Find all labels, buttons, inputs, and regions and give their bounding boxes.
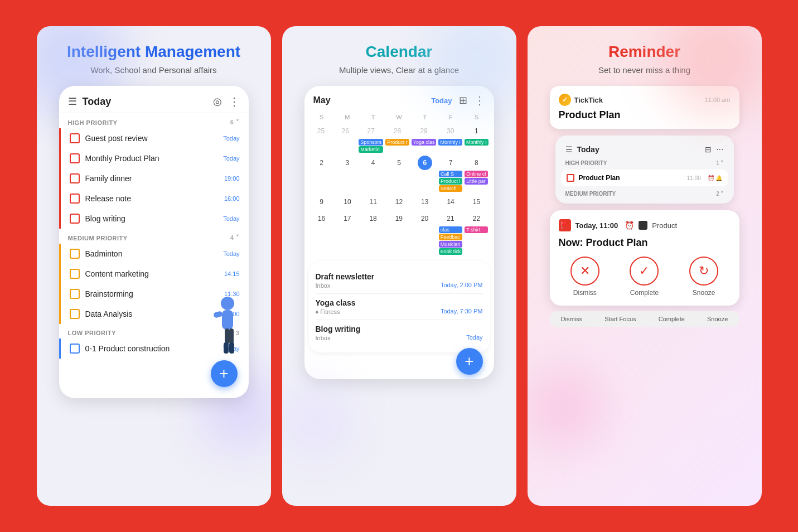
weekday-labels: SMTWTFS [309,112,490,123]
task-monthly-plan[interactable]: Monthly Product Plan Today [59,148,249,168]
mini-task-product-plan[interactable]: Product Plan 11:00 ⏰ 🔔 [561,170,728,186]
task-checkbox[interactable] [70,194,80,204]
ticktick-icon: ✓ [559,94,571,106]
task-checkbox[interactable] [70,173,80,183]
calendar-title: Calendar [366,43,433,61]
agenda-section: Draft newsletter Inbox Today, 2:00 PM Yo… [309,261,490,352]
snooze-button[interactable]: ↻ Snooze [689,257,718,297]
svg-rect-3 [225,328,229,344]
action-buttons: ✕ Dismiss ✓ Complete ↻ Snooze [559,257,731,297]
svg-rect-2 [212,311,223,318]
task-checkbox[interactable] [70,249,80,259]
more-icon[interactable] [229,95,240,108]
complete-button[interactable]: ✓ Complete [630,257,659,297]
task-checkbox[interactable] [70,214,80,224]
agenda-item-newsletter: Draft newsletter Inbox Today, 2:00 PM [316,268,483,294]
management-phone: Today HIGH PRIORITY 6 ˅ Guest post revie… [59,86,249,398]
dismiss-button[interactable]: ✕ Dismiss [570,257,599,297]
bottom-start-focus[interactable]: Start Focus [604,316,636,322]
today-title: Today [83,96,112,108]
mini-more-icon[interactable]: ··· [716,144,723,154]
action-tag: Product [652,221,677,230]
task-checkbox[interactable] [70,133,80,143]
mini-checkbox[interactable] [567,174,574,182]
cal-week1: 2 3 4 5 6 7 Call S Product l Search 8 [309,154,490,194]
target-icon[interactable] [213,95,222,108]
action-card: 🚩 Today, 11:00 ⏰ Product Now: Product Pl… [550,210,739,306]
mini-hamburger-icon[interactable]: ☰ [565,145,573,154]
mini-medium-priority-label: MEDIUM PRIORITY 2 ˅ [561,188,728,198]
task-content-marketing[interactable]: Content marketing 14:15 [59,264,249,284]
action-color-dot [639,221,647,230]
task-checkbox[interactable] [70,309,80,319]
person-illustration [194,292,244,370]
cal-week3: 16 17 18 19 20 21 clas Feedbac Musician … [309,210,490,257]
svg-rect-5 [224,342,229,354]
task-checkbox[interactable] [70,153,80,163]
bottom-dismiss[interactable]: Dismiss [561,316,583,322]
task-badminton[interactable]: Badminton Today [59,244,249,264]
main-container: Intelligent Management Work, School and … [0,0,798,532]
task-checkbox[interactable] [70,289,80,299]
task-checkbox[interactable] [70,269,80,279]
task-guest-post[interactable]: Guest post review Today [59,128,249,148]
cal-fab-button[interactable]: + [456,348,483,375]
svg-rect-4 [229,328,234,344]
agenda-item-yoga: Yoga class ♦ Fitness Today, 7:30 PM [316,294,483,320]
cal-week2: 9 10 11 12 13 14 15 [309,194,490,210]
svg-rect-1 [222,310,233,330]
cal-prev-row: 25 26 27 Sponsors Marketin 28 Product r … [309,123,490,154]
task-blog-writing[interactable]: Blog writing Today [59,209,249,229]
agenda-item-blog: Blog writing Inbox Today [316,320,483,346]
cal-month: May [313,95,331,105]
high-priority-label: HIGH PRIORITY 6 ˅ [59,113,249,128]
action-flag-icon: 🚩 [559,219,571,231]
task-app-header: Today [59,86,249,113]
clock-icon: ⏰ [625,221,634,230]
management-panel: Intelligent Management Work, School and … [37,26,271,506]
calendar-panel: Calendar Multiple views, Clear at a glan… [282,26,516,506]
svg-point-0 [221,297,234,310]
task-family-dinner[interactable]: Family dinner 19:00 [59,168,249,188]
reminder-panel: Reminder Set to never miss a thing ✓ Tic… [528,26,762,506]
bottom-complete[interactable]: Complete [659,316,685,322]
mini-columns-icon[interactable]: ⊟ [705,145,712,154]
calendar-grid: SMTWTFS 25 26 27 Sponsors Marketin 28 Pr… [304,112,494,257]
action-now-title: Now: Product Plan [559,237,731,249]
mini-phone: ☰ Today ⊟ ··· HIGH PRIORITY 1 ˅ Product … [555,136,734,204]
bottom-action-bar: Dismiss Start Focus Complete Snooze [550,311,739,327]
svg-rect-6 [229,342,234,354]
hamburger-icon[interactable] [68,95,77,108]
bottom-snooze[interactable]: Snooze [707,316,728,322]
medium-priority-label: MEDIUM PRIORITY 4 ˅ [59,229,249,244]
fab-add-button[interactable]: + [211,360,238,387]
task-release-note[interactable]: Release note 16:00 [59,188,249,209]
action-datetime: Today, 11:00 [575,221,618,230]
mini-high-priority-label: HIGH PRIORITY 1 ˅ [561,158,728,167]
task-checkbox[interactable] [70,344,80,354]
calendar-phone: May Today ⊞ SMTWTFS 25 26 27 [304,86,494,379]
